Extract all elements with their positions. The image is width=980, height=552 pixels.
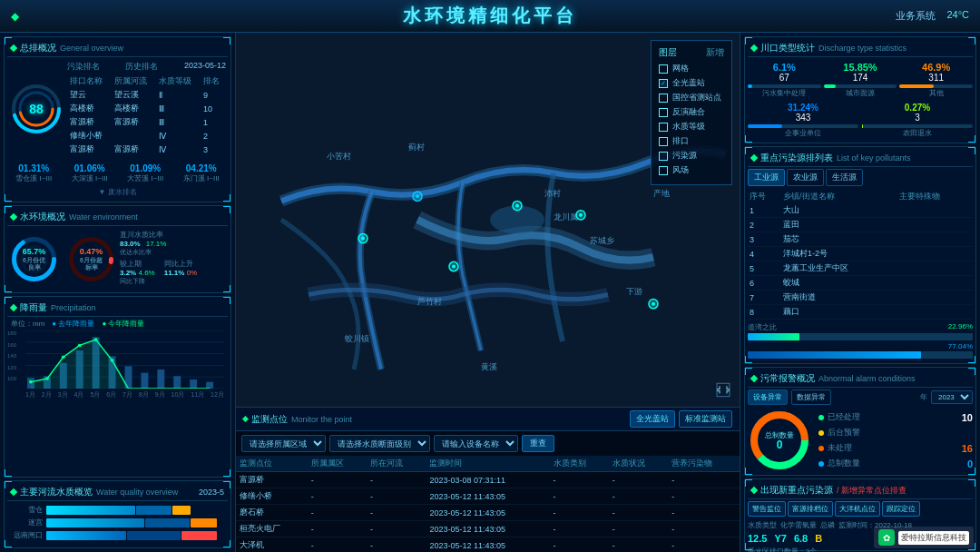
filter-region[interactable]: 请选择所属区域: [241, 435, 326, 452]
col-class: 水质类别: [550, 456, 609, 472]
btn-dayang-pos[interactable]: 大洋机点位: [835, 501, 880, 517]
table-row: 富源桥富源桥Ⅲ1: [67, 115, 226, 129]
wq-subtitle: Water quality overview: [96, 488, 178, 497]
poll-col-pollutant: 主要特殊物: [897, 190, 973, 203]
checkbox-fengchang[interactable]: [659, 166, 668, 175]
val-grade: B: [815, 533, 822, 544]
svg-rect-22: [141, 373, 148, 389]
key-pollutants-title: 重点污染源排列表: [760, 152, 833, 164]
progress1-val: 22.96%: [948, 322, 973, 332]
checkbox-paikou[interactable]: [659, 137, 668, 146]
tab-industry[interactable]: 工业源: [748, 169, 785, 186]
checkbox-shuizhi[interactable]: [659, 123, 668, 132]
legend-fengchang[interactable]: 风场: [659, 164, 724, 176]
svg-point-28: [29, 380, 33, 384]
checkbox-quanguang[interactable]: [659, 79, 668, 88]
stat-compare: 较上期 3.2% 4.6% 同比上升 11.1% 0% 同比下降: [120, 259, 226, 286]
checkbox-fanyan[interactable]: [659, 108, 668, 117]
top-header: ◆ 水环境精细化平台 业务系统 24°C: [0, 0, 980, 33]
top-left-info: ◆: [11, 10, 19, 23]
legend-paikou[interactable]: 排口: [659, 135, 724, 147]
wq-item-xuecang: 雪仓: [11, 505, 224, 515]
legend-guokong[interactable]: 国控省测站点: [659, 92, 724, 104]
alarm-subtitle: Abnormal alarm conditions: [818, 374, 916, 383]
diamond-icon2: [10, 213, 17, 221]
val-cod: Y7: [774, 533, 786, 544]
btn-track-pos[interactable]: 跟踪定位: [882, 501, 920, 517]
wq-overview-section: 主要河流水质概览 Water quality overview 2023-5 雪…: [4, 480, 231, 548]
overview-subtitle: General overview: [60, 44, 123, 53]
rainfall-subtitle: Precipitation: [51, 303, 96, 312]
svg-text:黄溪: 黄溪: [481, 362, 497, 371]
left-panel: 总排概况 General overview 88 污染排名 历史: [0, 33, 236, 552]
discharge-stats-grid: 6.1% 67 污水集中处理 15.85% 174 城市面源 46.9% 311…: [748, 59, 973, 101]
poll-col-name: 乡镇/街道名称: [781, 190, 897, 203]
legend-new-btn[interactable]: 新增: [706, 46, 724, 59]
col-status: 水质状况: [609, 456, 668, 472]
filter-device[interactable]: 请输入设备名称: [434, 435, 518, 452]
monitor-title: 监测点位: [251, 413, 288, 426]
checkbox-guokong[interactable]: [659, 94, 668, 103]
progress2-val: 77.04%: [948, 342, 973, 350]
diamond-icon7: [750, 154, 758, 162]
ring1-val: 65.7%: [23, 247, 46, 256]
legend-wuran[interactable]: 污染源: [659, 150, 724, 162]
hist-label: 历史排名: [125, 61, 158, 73]
diamond-icon8: [750, 375, 758, 382]
tab-living[interactable]: 生活源: [826, 169, 863, 186]
overview-section: 总排概况 General overview 88 污染排名 历史: [4, 36, 231, 202]
bottom-header: 出现新重点污染源 / 新增异常点位排查: [748, 482, 973, 499]
svg-text:蓟村: 蓟村: [408, 143, 425, 152]
main-layout: 总排概况 General overview 88 污染排名 历史: [0, 33, 980, 552]
btn-warning-pos[interactable]: 警告监位: [748, 501, 786, 517]
legend-wangge[interactable]: 网格: [659, 63, 724, 74]
alarm-processed: 已经处理 10: [818, 411, 973, 423]
search-button[interactable]: 重查: [522, 435, 554, 452]
legend-quanguang[interactable]: 全光盖站: [659, 77, 724, 89]
table-row: 高楼桥高楼桥Ⅲ10: [67, 102, 226, 115]
col-name: 排口名称: [67, 74, 112, 88]
rainfall-unit: 单位：mm: [11, 319, 44, 329]
stat-dashen: 01.06% 大深溪 I~III: [64, 163, 117, 183]
diamond-icon: [10, 44, 17, 52]
water-env-stats: 直川水质比率 83.0% 17.1% 优达水比率 较上期 3.2% 4: [120, 230, 226, 288]
svg-text:0: 0: [777, 439, 783, 451]
checkbox-wangge[interactable]: [659, 64, 668, 74]
poll-table-row: 6蛟城: [748, 276, 973, 291]
monitor-table-area: 监测点位 所属属区 所在河流 监测时间 水质类别 水质状况 营养污染物 富源桥-…: [236, 456, 740, 552]
temperature: 24°C: [946, 9, 969, 23]
wq-title: 主要河流水质概览: [20, 486, 93, 498]
poll-table-row: 1大山: [748, 203, 973, 218]
rainfall-section: 降雨量 Precipitation 单位：mm ● 去年降雨量 ● 今年降雨量: [4, 296, 231, 478]
monitor-table-row: 大泽机--2023-05-12 11:43:05---: [236, 537, 740, 553]
tab-agriculture[interactable]: 农业源: [787, 169, 824, 186]
svg-text:芦竹村: 芦竹村: [417, 297, 442, 306]
btn-fuyuan-pos[interactable]: 富源排档位: [788, 501, 833, 517]
filter-grade[interactable]: 请选择水质断面级别: [329, 435, 430, 452]
alarm-year-select[interactable]: 2023: [931, 390, 973, 404]
alarm-tab-device[interactable]: 设备异常: [748, 389, 788, 405]
poll-table-row: 3茄芯: [748, 232, 973, 247]
svg-point-31: [78, 344, 82, 348]
bottom-subtitle: / 新增异常点位排查: [837, 485, 906, 497]
stat-xuecang: 01.31% 雪仓溪 I~III: [7, 163, 61, 183]
svg-text:小苦村: 小苦村: [327, 152, 351, 161]
checkbox-wuran[interactable]: [659, 152, 668, 161]
legend-shuizhi[interactable]: 水质等级: [659, 121, 724, 133]
col-rank: 排名: [201, 74, 226, 88]
main-gauge: 88: [9, 82, 64, 136]
btn-standard[interactable]: 标准监测站: [679, 410, 732, 428]
svg-text:下游: 下游: [626, 287, 642, 296]
btn-quanguang[interactable]: 全光盖站: [630, 410, 675, 428]
dis-sewage: 6.1% 67 污水集中处理: [748, 62, 821, 98]
menu-label[interactable]: 业务系统: [896, 9, 936, 23]
svg-text:蛟川镇: 蛟川镇: [345, 334, 369, 343]
alarm-controls: 设备异常 数据异常 年 2023: [748, 389, 973, 405]
wechat-icon: ✿: [878, 529, 895, 546]
logo-icon: ◆: [11, 10, 19, 23]
wq-bars: 雪仓 迷宫 远南闸口: [7, 503, 228, 545]
key-pollutants-header: 重点污染源排列表 List of key pollutants: [748, 150, 973, 167]
diamond-icon3: [10, 304, 17, 311]
alarm-tab-data[interactable]: 数据异常: [791, 389, 831, 405]
legend-fanyan[interactable]: 反演融合: [659, 106, 724, 118]
